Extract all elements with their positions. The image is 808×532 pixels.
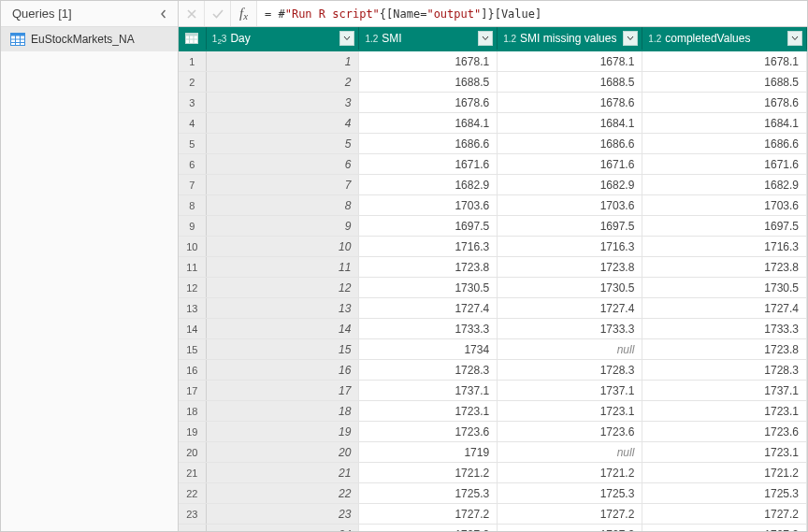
row-number[interactable]: 17	[179, 381, 207, 400]
cell-smi[interactable]: 1723.8	[359, 257, 498, 277]
cell-completedvalues[interactable]: 1723.8	[642, 339, 807, 359]
cell-day[interactable]: 20	[207, 442, 360, 462]
cell-smi[interactable]: 1727.2	[359, 525, 498, 531]
cell-completedvalues[interactable]: 1723.6	[642, 422, 807, 441]
cell-smi-missing[interactable]: 1723.6	[498, 422, 642, 441]
cell-day[interactable]: 4	[207, 113, 360, 133]
cell-day[interactable]: 3	[207, 93, 360, 112]
table-row[interactable]: 18181723.11723.11723.1	[179, 401, 807, 422]
cell-smi-missing[interactable]: 1737.1	[498, 381, 642, 400]
table-row[interactable]: 441684.11684.11684.1	[179, 113, 807, 134]
row-number[interactable]: 20	[179, 442, 207, 462]
table-row[interactable]: 19191723.61723.61723.6	[179, 422, 807, 442]
row-number[interactable]: 1	[179, 51, 207, 71]
cell-smi[interactable]: 1678.1	[359, 51, 498, 71]
cell-day[interactable]: 8	[207, 195, 360, 215]
cell-day[interactable]: 18	[207, 401, 360, 421]
cell-smi-missing[interactable]: 1727.2	[498, 504, 642, 524]
row-number[interactable]: 2	[179, 72, 207, 92]
cell-day[interactable]: 1	[207, 51, 360, 71]
cell-day[interactable]: 16	[207, 360, 360, 380]
cell-day[interactable]: 21	[207, 463, 360, 482]
grid-body[interactable]: 111678.11678.11678.1221688.51688.51688.5…	[179, 51, 807, 531]
column-filter-dropdown[interactable]	[787, 31, 802, 46]
cell-day[interactable]: 15	[207, 339, 360, 359]
cell-completedvalues[interactable]: 1697.5	[642, 216, 807, 236]
cell-smi[interactable]: 1684.1	[359, 113, 498, 133]
cell-smi-missing[interactable]: 1678.6	[498, 93, 642, 112]
column-header-smi-missing[interactable]: 1.2 SMI missing values	[498, 27, 642, 50]
table-row[interactable]: 771682.91682.91682.9	[179, 175, 807, 195]
cell-completedvalues[interactable]: 1686.6	[642, 134, 807, 153]
cell-day[interactable]: 5	[207, 134, 360, 153]
row-number[interactable]: 22	[179, 483, 207, 503]
table-row[interactable]: 11111723.81723.81723.8	[179, 257, 807, 278]
cell-smi-missing[interactable]: 1723.8	[498, 257, 642, 277]
cell-smi[interactable]: 1723.1	[359, 401, 498, 421]
cell-smi[interactable]: 1688.5	[359, 72, 498, 92]
cell-smi[interactable]: 1733.3	[359, 319, 498, 338]
table-row[interactable]: 10101716.31716.31716.3	[179, 237, 807, 257]
cell-completedvalues[interactable]: 1733.3	[642, 319, 807, 338]
cell-day[interactable]: 9	[207, 216, 360, 236]
table-row[interactable]: 991697.51697.51697.5	[179, 216, 807, 237]
cell-smi[interactable]: 1728.3	[359, 360, 498, 380]
cell-completedvalues[interactable]: 1728.3	[642, 360, 807, 380]
cell-completedvalues[interactable]: 1723.8	[642, 257, 807, 277]
cell-completedvalues[interactable]: 1721.2	[642, 463, 807, 482]
table-row[interactable]: 23231727.21727.21727.2	[179, 504, 807, 525]
cell-smi-missing[interactable]: 1723.1	[498, 401, 642, 421]
cell-smi[interactable]: 1678.6	[359, 93, 498, 112]
row-number[interactable]: 14	[179, 319, 207, 338]
collapse-pane-icon[interactable]	[157, 7, 170, 21]
cell-smi-missing[interactable]: 1688.5	[498, 72, 642, 92]
table-row[interactable]: 14141733.31733.31733.3	[179, 319, 807, 339]
cell-smi-missing[interactable]: 1727.2	[498, 525, 642, 531]
row-number[interactable]: 5	[179, 134, 207, 153]
cell-completedvalues[interactable]: 1671.6	[642, 154, 807, 174]
cell-completedvalues[interactable]: 1716.3	[642, 237, 807, 256]
table-row[interactable]: 17171737.11737.11737.1	[179, 381, 807, 401]
cell-smi-missing[interactable]: 1697.5	[498, 216, 642, 236]
cell-smi-missing[interactable]: null	[498, 442, 642, 462]
row-number[interactable]: 18	[179, 401, 207, 421]
table-row[interactable]: 12121730.51730.51730.5	[179, 278, 807, 298]
cell-day[interactable]: 6	[207, 154, 360, 174]
column-header-smi[interactable]: 1.2 SMI	[359, 27, 498, 50]
cell-smi[interactable]: 1727.4	[359, 298, 498, 318]
row-number[interactable]: 23	[179, 504, 207, 524]
row-number[interactable]: 21	[179, 463, 207, 482]
row-number[interactable]: 24	[179, 525, 207, 531]
row-number[interactable]: 10	[179, 237, 207, 256]
cell-smi[interactable]: 1730.5	[359, 278, 498, 297]
row-number[interactable]: 13	[179, 298, 207, 318]
cell-smi[interactable]: 1737.1	[359, 381, 498, 400]
table-row[interactable]: 661671.61671.61671.6	[179, 154, 807, 175]
cell-day[interactable]: 10	[207, 237, 360, 256]
table-row[interactable]: 111678.11678.11678.1	[179, 51, 807, 72]
cell-day[interactable]: 12	[207, 278, 360, 297]
cell-completedvalues[interactable]: 1723.1	[642, 442, 807, 462]
cell-completedvalues[interactable]: 1730.5	[642, 278, 807, 297]
column-header-day[interactable]: 123 Day	[207, 27, 360, 50]
table-row[interactable]: 331678.61678.61678.6	[179, 93, 807, 113]
table-row[interactable]: 20201719null1723.1	[179, 442, 807, 463]
cell-smi-missing[interactable]: 1725.3	[498, 483, 642, 503]
table-row[interactable]: 551686.61686.61686.6	[179, 134, 807, 154]
row-number[interactable]: 11	[179, 257, 207, 277]
cell-smi[interactable]: 1703.6	[359, 195, 498, 215]
cell-day[interactable]: 22	[207, 483, 360, 503]
cell-completedvalues[interactable]: 1678.1	[642, 51, 807, 71]
cell-day[interactable]: 17	[207, 381, 360, 400]
cell-smi-missing[interactable]: 1733.3	[498, 319, 642, 338]
row-number[interactable]: 12	[179, 278, 207, 297]
row-number[interactable]: 6	[179, 154, 207, 174]
cell-completedvalues[interactable]: 1703.6	[642, 195, 807, 215]
row-number[interactable]: 15	[179, 339, 207, 359]
select-all-corner[interactable]	[179, 27, 207, 50]
cell-smi-missing[interactable]: 1686.6	[498, 134, 642, 153]
cell-smi[interactable]: 1697.5	[359, 216, 498, 236]
cell-smi-missing[interactable]: 1684.1	[498, 113, 642, 133]
fx-icon[interactable]: fx	[231, 1, 257, 26]
query-item-eustockmarkets[interactable]: EuStockMarkets_NA	[1, 27, 178, 51]
